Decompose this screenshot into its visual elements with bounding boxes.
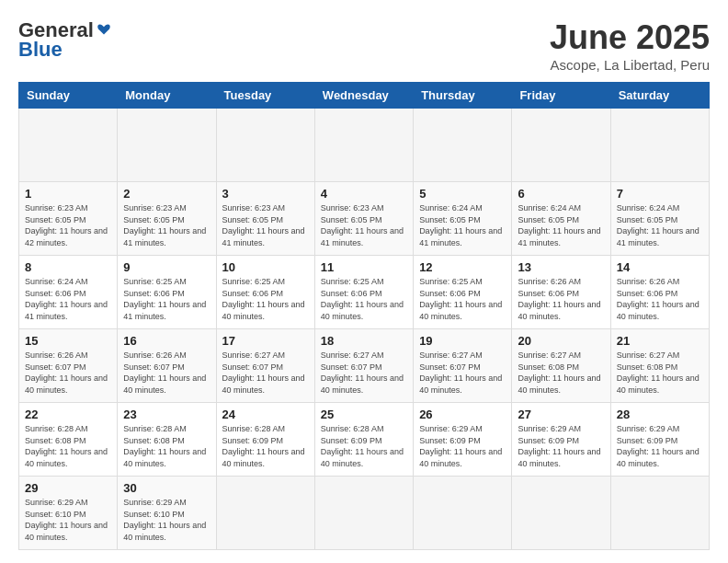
day-info: Sunrise: 6:25 AMSunset: 6:06 PMDaylight:… [321, 276, 407, 322]
day-info: Sunrise: 6:25 AMSunset: 6:06 PMDaylight:… [222, 276, 309, 322]
table-row: 9Sunrise: 6:25 AMSunset: 6:06 PMDaylight… [118, 256, 216, 329]
calendar-location: Ascope, La Libertad, Peru [550, 57, 710, 73]
day-number: 9 [123, 260, 210, 274]
day-info: Sunrise: 6:26 AMSunset: 6:06 PMDaylight:… [518, 276, 604, 322]
col-friday: Friday [512, 83, 610, 109]
table-row: 10Sunrise: 6:25 AMSunset: 6:06 PMDayligh… [216, 256, 314, 329]
day-number: 5 [419, 187, 506, 201]
calendar-header-row: Sunday Monday Tuesday Wednesday Thursday… [19, 83, 710, 109]
table-row [610, 477, 709, 550]
table-row [216, 109, 314, 182]
table-row: 27Sunrise: 6:29 AMSunset: 6:09 PMDayligh… [512, 403, 610, 477]
day-info: Sunrise: 6:24 AMSunset: 6:06 PMDaylight:… [25, 276, 111, 322]
table-row [512, 109, 610, 182]
day-number: 6 [518, 187, 604, 201]
table-row: 14Sunrise: 6:26 AMSunset: 6:06 PMDayligh… [610, 256, 709, 329]
day-number: 17 [222, 334, 309, 348]
day-info: Sunrise: 6:24 AMSunset: 6:05 PMDaylight:… [617, 202, 703, 248]
calendar-table: Sunday Monday Tuesday Wednesday Thursday… [18, 82, 710, 550]
day-number: 7 [617, 187, 703, 201]
day-info: Sunrise: 6:26 AMSunset: 6:07 PMDaylight:… [25, 350, 111, 396]
day-number: 29 [25, 481, 111, 495]
day-info: Sunrise: 6:28 AMSunset: 6:08 PMDaylight:… [123, 423, 210, 469]
logo-bird-icon [96, 22, 112, 39]
col-sunday: Sunday [19, 83, 118, 109]
day-number: 16 [123, 334, 210, 348]
day-number: 15 [25, 334, 111, 348]
col-monday: Monday [118, 83, 216, 109]
table-row: 26Sunrise: 6:29 AMSunset: 6:09 PMDayligh… [414, 403, 512, 477]
day-number: 21 [617, 334, 703, 348]
table-row [118, 109, 216, 182]
day-info: Sunrise: 6:29 AMSunset: 6:09 PMDaylight:… [419, 423, 506, 469]
day-number: 30 [123, 481, 210, 495]
day-number: 27 [518, 408, 604, 421]
calendar-week-5: 29Sunrise: 6:29 AMSunset: 6:10 PMDayligh… [19, 477, 710, 550]
day-info: Sunrise: 6:25 AMSunset: 6:06 PMDaylight:… [123, 276, 210, 322]
day-info: Sunrise: 6:27 AMSunset: 6:07 PMDaylight:… [321, 350, 407, 396]
table-row: 21Sunrise: 6:27 AMSunset: 6:08 PMDayligh… [610, 329, 709, 403]
calendar-week-4: 22Sunrise: 6:28 AMSunset: 6:08 PMDayligh… [19, 403, 710, 477]
table-row: 24Sunrise: 6:28 AMSunset: 6:09 PMDayligh… [216, 403, 314, 477]
calendar-week-0 [19, 109, 710, 182]
table-row: 25Sunrise: 6:28 AMSunset: 6:09 PMDayligh… [314, 403, 413, 477]
table-row: 15Sunrise: 6:26 AMSunset: 6:07 PMDayligh… [19, 329, 118, 403]
table-row: 3Sunrise: 6:23 AMSunset: 6:05 PMDaylight… [216, 182, 314, 256]
day-number: 8 [25, 260, 111, 274]
table-row: 28Sunrise: 6:29 AMSunset: 6:09 PMDayligh… [610, 403, 709, 477]
day-info: Sunrise: 6:24 AMSunset: 6:05 PMDaylight:… [518, 202, 604, 248]
table-row: 5Sunrise: 6:24 AMSunset: 6:05 PMDaylight… [414, 182, 512, 256]
day-info: Sunrise: 6:27 AMSunset: 6:08 PMDaylight:… [617, 350, 703, 396]
day-info: Sunrise: 6:29 AMSunset: 6:10 PMDaylight:… [123, 497, 210, 543]
table-row [19, 109, 118, 182]
day-info: Sunrise: 6:23 AMSunset: 6:05 PMDaylight:… [25, 202, 111, 248]
table-row [610, 109, 709, 182]
day-number: 18 [321, 334, 407, 348]
col-thursday: Thursday [414, 83, 512, 109]
table-row: 2Sunrise: 6:23 AMSunset: 6:05 PMDaylight… [118, 182, 216, 256]
day-info: Sunrise: 6:25 AMSunset: 6:06 PMDaylight:… [419, 276, 506, 322]
day-info: Sunrise: 6:23 AMSunset: 6:05 PMDaylight:… [222, 202, 309, 248]
col-tuesday: Tuesday [216, 83, 314, 109]
table-row: 18Sunrise: 6:27 AMSunset: 6:07 PMDayligh… [314, 329, 413, 403]
day-info: Sunrise: 6:29 AMSunset: 6:10 PMDaylight:… [25, 497, 111, 543]
table-row: 6Sunrise: 6:24 AMSunset: 6:05 PMDaylight… [512, 182, 610, 256]
day-number: 20 [518, 334, 604, 348]
day-number: 19 [419, 334, 506, 348]
day-info: Sunrise: 6:28 AMSunset: 6:09 PMDaylight:… [222, 423, 309, 469]
day-info: Sunrise: 6:26 AMSunset: 6:06 PMDaylight:… [617, 276, 703, 322]
col-saturday: Saturday [610, 83, 709, 109]
day-info: Sunrise: 6:28 AMSunset: 6:08 PMDaylight:… [25, 423, 111, 469]
day-number: 10 [222, 260, 309, 274]
table-row [314, 477, 413, 550]
day-info: Sunrise: 6:29 AMSunset: 6:09 PMDaylight:… [518, 423, 604, 469]
day-number: 24 [222, 408, 309, 421]
title-block: June 2025 Ascope, La Libertad, Peru [550, 18, 710, 73]
day-number: 23 [123, 408, 210, 421]
table-row: 8Sunrise: 6:24 AMSunset: 6:06 PMDaylight… [19, 256, 118, 329]
table-row [216, 477, 314, 550]
table-row: 30Sunrise: 6:29 AMSunset: 6:10 PMDayligh… [118, 477, 216, 550]
table-row: 16Sunrise: 6:26 AMSunset: 6:07 PMDayligh… [118, 329, 216, 403]
col-wednesday: Wednesday [314, 83, 413, 109]
table-row: 23Sunrise: 6:28 AMSunset: 6:08 PMDayligh… [118, 403, 216, 477]
day-info: Sunrise: 6:27 AMSunset: 6:07 PMDaylight:… [222, 350, 309, 396]
calendar-title: June 2025 [550, 18, 710, 57]
table-row: 22Sunrise: 6:28 AMSunset: 6:08 PMDayligh… [19, 403, 118, 477]
table-row: 4Sunrise: 6:23 AMSunset: 6:05 PMDaylight… [314, 182, 413, 256]
day-number: 26 [419, 408, 506, 421]
day-info: Sunrise: 6:28 AMSunset: 6:09 PMDaylight:… [321, 423, 407, 469]
day-info: Sunrise: 6:27 AMSunset: 6:08 PMDaylight:… [518, 350, 604, 396]
table-row: 13Sunrise: 6:26 AMSunset: 6:06 PMDayligh… [512, 256, 610, 329]
day-number: 28 [617, 408, 703, 421]
day-number: 2 [123, 187, 210, 201]
day-info: Sunrise: 6:26 AMSunset: 6:07 PMDaylight:… [123, 350, 210, 396]
day-number: 22 [25, 408, 111, 421]
table-row [314, 109, 413, 182]
day-info: Sunrise: 6:24 AMSunset: 6:05 PMDaylight:… [419, 202, 506, 248]
page-header: General Blue June 2025 Ascope, La Libert… [18, 18, 710, 73]
table-row [414, 109, 512, 182]
day-number: 4 [321, 187, 407, 201]
table-row: 1Sunrise: 6:23 AMSunset: 6:05 PMDaylight… [19, 182, 118, 256]
day-info: Sunrise: 6:29 AMSunset: 6:09 PMDaylight:… [617, 423, 703, 469]
